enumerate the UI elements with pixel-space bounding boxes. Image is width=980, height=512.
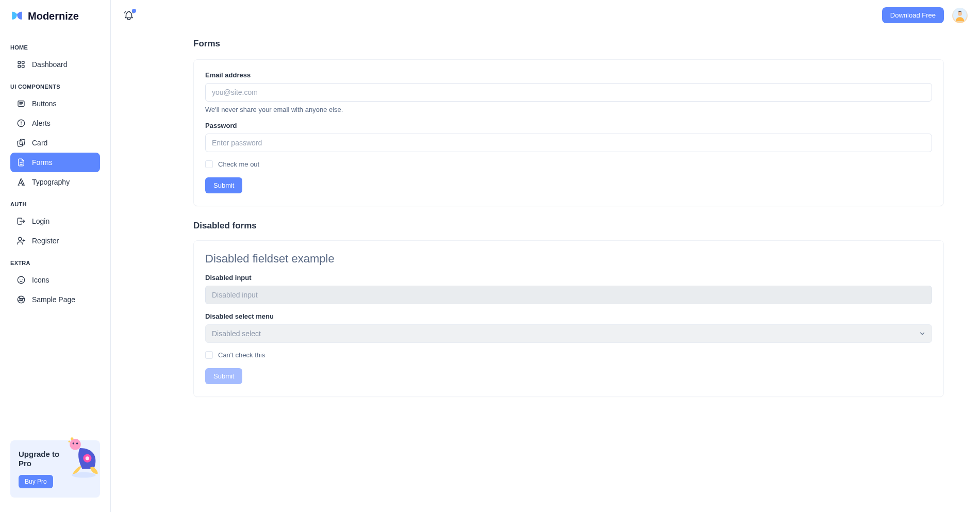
rocket-icon bbox=[57, 434, 103, 481]
nav-section-extra: EXTRA bbox=[10, 260, 100, 266]
check-me-out-checkbox[interactable] bbox=[205, 160, 213, 168]
user-plus-icon bbox=[16, 236, 26, 245]
page-title-forms: Forms bbox=[193, 39, 944, 49]
svg-point-15 bbox=[71, 437, 73, 440]
disabled-submit-button: Submit bbox=[205, 368, 242, 384]
disabled-input bbox=[205, 286, 932, 304]
brand[interactable]: Modernize bbox=[0, 9, 110, 32]
svg-point-12 bbox=[70, 439, 81, 450]
disabled-checkbox bbox=[205, 351, 213, 359]
user-avatar-icon bbox=[953, 9, 967, 22]
buy-pro-button[interactable]: Buy Pro bbox=[19, 475, 53, 488]
svg-rect-3 bbox=[22, 65, 25, 68]
svg-point-13 bbox=[73, 442, 75, 444]
forms-card: Email address We'll never share your ema… bbox=[193, 59, 944, 206]
aperture-icon bbox=[16, 295, 26, 304]
svg-point-18 bbox=[86, 456, 89, 460]
svg-point-20 bbox=[958, 11, 962, 15]
sidebar-item-label: Alerts bbox=[32, 119, 51, 127]
login-icon bbox=[16, 217, 26, 226]
password-input[interactable] bbox=[205, 134, 932, 152]
disabled-select-label: Disabled select menu bbox=[205, 312, 932, 320]
sidebar-item-label: Icons bbox=[32, 276, 49, 284]
sidebar-item-buttons[interactable]: Buttons bbox=[10, 94, 100, 113]
email-label: Email address bbox=[205, 71, 932, 79]
brand-name: Modernize bbox=[28, 10, 79, 22]
layout-dashboard-icon bbox=[16, 60, 26, 69]
upgrade-card: Upgrade to Pro Buy Pro bbox=[10, 440, 100, 498]
sidebar-item-label: Card bbox=[32, 139, 47, 147]
sidebar-item-label: Dashboard bbox=[32, 60, 68, 69]
typography-icon bbox=[16, 177, 26, 187]
sidebar-item-login[interactable]: Login bbox=[10, 211, 100, 231]
svg-rect-1 bbox=[22, 61, 25, 64]
email-input[interactable] bbox=[205, 83, 932, 102]
nav-section-home: HOME bbox=[10, 44, 100, 51]
disabled-input-label: Disabled input bbox=[205, 274, 932, 282]
topbar: Download Free bbox=[111, 0, 980, 30]
logo-icon bbox=[10, 9, 24, 23]
nav-section-ui: UI COMPONENTS bbox=[10, 84, 100, 90]
svg-rect-0 bbox=[18, 61, 21, 64]
file-text-icon bbox=[16, 158, 26, 167]
notification-dot-icon bbox=[132, 9, 136, 13]
email-help-text: We'll never share your email with anyone… bbox=[205, 106, 932, 113]
notifications-button[interactable] bbox=[123, 10, 135, 21]
disabled-forms-card: Disabled fieldset example Disabled input… bbox=[193, 240, 944, 397]
disabled-fieldset-legend: Disabled fieldset example bbox=[205, 252, 932, 266]
sidebar-item-forms[interactable]: Forms bbox=[10, 153, 100, 172]
sidebar-item-alerts[interactable]: Alerts bbox=[10, 113, 100, 133]
sidebar-item-label: Typography bbox=[32, 178, 70, 186]
article-icon bbox=[16, 99, 26, 108]
check-me-out-label[interactable]: Check me out bbox=[218, 160, 259, 168]
mood-happy-icon bbox=[16, 275, 26, 285]
sidebar: Modernize HOME Dashboard UI COMPONENTS B… bbox=[0, 0, 111, 512]
sidebar-item-label: Register bbox=[32, 237, 59, 245]
svg-point-16 bbox=[69, 440, 71, 442]
cards-icon bbox=[16, 138, 26, 147]
svg-point-14 bbox=[76, 442, 78, 444]
avatar[interactable] bbox=[952, 8, 968, 23]
nav-section-auth: AUTH bbox=[10, 201, 100, 207]
sidebar-item-typography[interactable]: Typography bbox=[10, 172, 100, 192]
password-label: Password bbox=[205, 122, 932, 129]
sidebar-item-card[interactable]: Card bbox=[10, 133, 100, 153]
sidebar-item-label: Login bbox=[32, 217, 49, 225]
sidebar-item-register[interactable]: Register bbox=[10, 231, 100, 251]
alert-circle-icon bbox=[16, 119, 26, 128]
sidebar-item-label: Sample Page bbox=[32, 295, 75, 304]
page-title-disabled-forms: Disabled forms bbox=[193, 221, 944, 231]
sidebar-item-label: Buttons bbox=[32, 100, 56, 108]
svg-point-9 bbox=[18, 276, 25, 284]
disabled-select: Disabled select bbox=[205, 324, 932, 343]
sidebar-item-label: Forms bbox=[32, 158, 53, 167]
sidebar-item-sample-page[interactable]: Sample Page bbox=[10, 290, 100, 309]
download-free-button[interactable]: Download Free bbox=[882, 7, 944, 23]
upgrade-title: Upgrade to Pro bbox=[19, 450, 60, 469]
svg-rect-2 bbox=[18, 65, 21, 68]
disabled-checkbox-label: Can't check this bbox=[218, 351, 265, 359]
submit-button[interactable]: Submit bbox=[205, 177, 242, 193]
svg-point-8 bbox=[19, 237, 22, 240]
sidebar-item-dashboard[interactable]: Dashboard bbox=[10, 55, 100, 74]
sidebar-item-icons[interactable]: Icons bbox=[10, 270, 100, 290]
